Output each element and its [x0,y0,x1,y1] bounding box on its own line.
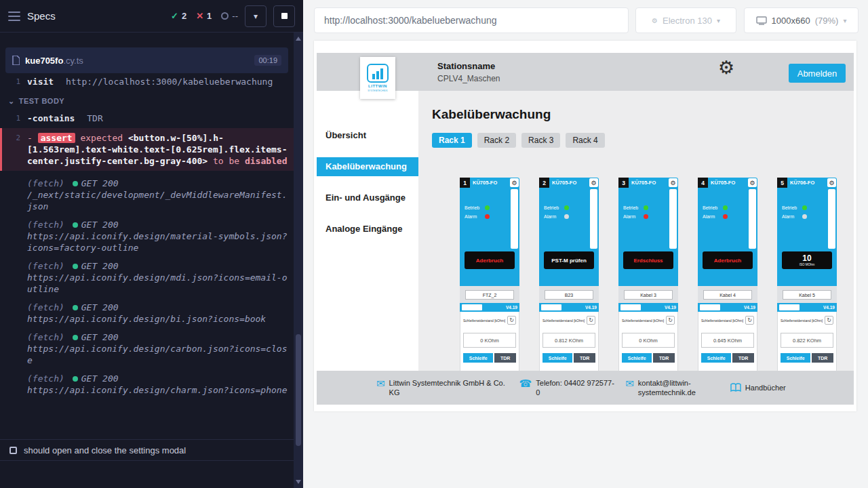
tab-rack-3[interactable]: Rack 3 [521,133,560,148]
card-settings-button[interactable]: ⚙ [827,178,836,187]
refresh-button[interactable]: ↻ [745,316,754,325]
nav-item-kabelueberwachung[interactable]: Kabelüberwachung [317,157,418,176]
resistance-label: Schleifenwiderstand [kOhm] [622,319,664,323]
cable-name-field[interactable]: Kabel 5 [783,290,831,300]
chevron-down-icon: ▾ [843,17,846,24]
fetch-url: https://api.iconify.design/material-symb… [27,230,288,253]
firmware-version: V4.19 [506,305,517,310]
command-name: -contains [27,113,75,123]
chevron-down-icon: ▾ [254,12,258,21]
card-model: KÜ706-FO [787,178,827,188]
browser-selector[interactable]: ⚙ Electron 130 ▾ [635,7,736,33]
chevron-down-icon: ▾ [717,17,720,24]
status-display: 10 ISO MOhm [782,251,832,269]
settings-gear-icon[interactable]: ⚙ [718,59,734,77]
tdr-button[interactable]: TDR [653,353,675,363]
collapse-button[interactable]: ▾ [245,5,267,27]
command-row-contains[interactable]: 1 -contains TDR [0,113,294,124]
device-card: 3 KÜ705-FO ⚙ Betrieb Alarm Erdschluss Ka… [618,178,678,371]
refresh-button[interactable]: ↻ [507,316,516,325]
resistance-label: Schleifenwiderstand [kOhm] [542,319,585,323]
cable-name-field[interactable]: Kabel 3 [624,290,673,300]
status-text: Erdschluss [633,258,663,264]
schleife-button[interactable]: Schleife [701,353,731,363]
failed-assert-row[interactable]: 2 - assert expected <button.w-[50%].h-[1… [0,128,294,171]
test-body-section[interactable]: ⌄ TEST BODY [0,87,294,113]
logout-button[interactable]: Abmelden [789,64,846,83]
footer-phone: ☎ Telefon: 04402 972577-0 [519,378,616,398]
command-log: 1 visit http://localhost:3000/kabelueber… [0,76,294,439]
station-value: CPLV4_Maschen [437,74,500,83]
cable-name-field[interactable]: FTZ_2 [465,290,514,300]
command-arg: http://localhost:3000/kabelueberwachung [66,77,273,87]
schleife-button[interactable]: Schleife [463,353,493,363]
footer-manuals-link[interactable]: Handbücher [730,383,786,392]
alarm-label: Alarm [465,214,482,219]
schleife-button[interactable]: Schleife [542,353,572,363]
refresh-icon: ↻ [747,317,752,323]
fetch-log-row[interactable]: (fetch)GET 200 /_next/static/development… [0,178,294,212]
tdr-button[interactable]: TDR [732,353,754,363]
scroll-up-icon[interactable] [296,37,301,41]
card-side-strip [511,189,518,249]
command-row-visit[interactable]: 1 visit http://localhost:3000/kabelueber… [0,76,294,87]
nav-item-uebersicht[interactable]: Übersicht [317,126,418,145]
version-box [462,304,482,310]
tab-rack-1[interactable]: Rack 1 [432,133,472,148]
card-settings-button[interactable]: ⚙ [510,178,519,187]
schleife-button[interactable]: Schleife [781,353,810,363]
alarm-label: Alarm [623,214,641,219]
tab-rack-2[interactable]: Rack 2 [477,133,516,148]
viewport-selector[interactable]: 1000x660 (79%) ▾ [744,7,859,33]
stop-button[interactable] [273,5,295,27]
spec-timer: 00:19 [254,55,281,66]
tdr-button[interactable]: TDR [494,353,516,363]
firmware-version: V4.19 [585,305,597,310]
cable-name-field[interactable]: Kabel 4 [703,290,752,300]
url-input[interactable] [314,7,629,33]
specs-menu-icon[interactable] [8,12,20,21]
fetch-log-row[interactable]: (fetch)GET 200 https://api.iconify.desig… [0,373,294,396]
card-number: 2 [539,178,549,188]
tdr-button[interactable]: TDR [812,353,833,363]
app-sidebar: Übersicht Kabelüberwachung Ein- und Ausg… [317,91,418,371]
resistance-value: 0 KOhm [463,333,516,348]
alarm-led [723,214,728,219]
tdr-button[interactable]: TDR [574,353,595,363]
tab-rack-4[interactable]: Rack 4 [566,133,604,148]
status-dot-icon [73,305,78,310]
betrieb-label: Betrieb [465,205,482,210]
footer-email[interactable]: ✉ kontakt@littwin-systemtechnik.de [625,378,721,398]
status-display: Aderbruch [703,251,753,269]
schleife-button[interactable]: Schleife [622,353,652,363]
mail-icon: ✉ [376,378,385,388]
status-display: Erdschluss [623,251,673,269]
fetch-log-row[interactable]: (fetch)GET 200 https://api.iconify.desig… [0,260,294,295]
card-settings-button[interactable]: ⚙ [748,178,757,187]
nav-item-ein-und-ausgaenge[interactable]: Ein- und Ausgänge [317,188,418,207]
fetch-log-row[interactable]: (fetch)GET 200 https://api.iconify.desig… [0,219,294,253]
card-settings-button[interactable]: ⚙ [589,178,598,187]
card-model: KÜ705-FO [708,178,748,188]
scroll-down-icon[interactable] [296,480,301,484]
refresh-button[interactable]: ↻ [825,316,833,325]
reporter-scrollbar[interactable] [294,33,303,488]
cable-name-field[interactable]: B23 [545,290,593,300]
scrollbar-thumb[interactable] [296,334,301,446]
status-dot-icon [73,222,78,228]
fetch-log-row[interactable]: (fetch)GET 200 https://api.iconify.desig… [0,302,294,325]
browser-icon: ⚙ [652,17,658,24]
card-number: 5 [777,178,787,188]
fetch-url: /_next/static/development/_devMiddleware… [27,189,288,212]
version-box [620,304,641,310]
card-settings-button[interactable]: ⚙ [669,178,677,187]
refresh-button[interactable]: ↻ [587,316,595,325]
next-test-row[interactable]: should open and close the settings modal [0,439,294,461]
refresh-button[interactable]: ↻ [666,316,675,325]
gear-icon: ⚙ [829,180,834,186]
spec-file-row[interactable]: kue705fo.cy.ts 00:19 [5,47,288,73]
fetch-log-row[interactable]: (fetch)GET 200 https://api.iconify.desig… [0,331,294,366]
runner-panel: ⚙ Electron 130 ▾ 1000x660 (79%) ▾ LITTWI… [303,0,868,488]
nav-item-analoge-eingaenge[interactable]: Analoge Eingänge [317,220,418,239]
version-box [541,304,561,310]
